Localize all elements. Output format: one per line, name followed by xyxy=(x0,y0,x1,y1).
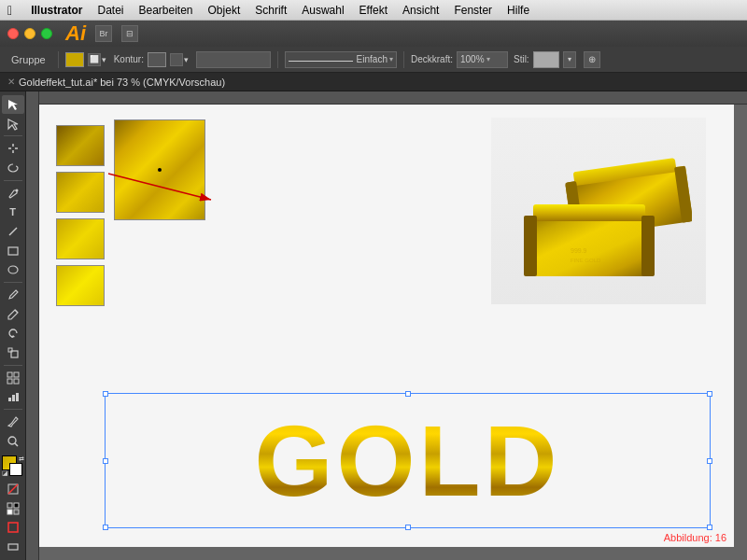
group-label: Gruppe xyxy=(6,54,51,65)
svg-rect-25 xyxy=(7,510,12,514)
gold-text-selection[interactable]: GOLD xyxy=(105,393,711,528)
menu-datei[interactable]: Datei xyxy=(97,4,123,17)
fill-color-box[interactable] xyxy=(65,52,84,67)
tab-title: Goldeffekt_tut.ai* bei 73 % (CMYK/Vorsch… xyxy=(19,77,225,88)
svg-rect-13 xyxy=(14,372,19,377)
stroke-chevron[interactable]: ▾ xyxy=(389,55,393,63)
menu-bar:  Illustrator Datei Bearbeiten Objekt Sc… xyxy=(0,0,747,21)
opacity-value: 100% xyxy=(460,54,485,64)
opacity-input[interactable]: 100% ▾ xyxy=(457,51,508,68)
stroke-dropdown-arrow[interactable]: ▾ xyxy=(184,55,189,64)
swatch-dark-gold[interactable] xyxy=(56,125,105,166)
svg-rect-35 xyxy=(524,216,655,276)
main-area: T xyxy=(0,91,747,560)
maximize-button[interactable] xyxy=(41,28,52,39)
opacity-label: Deckkraft: xyxy=(411,54,453,64)
close-tab-button[interactable]: ✕ xyxy=(4,77,19,87)
stil-label: Stil: xyxy=(514,54,529,64)
swatch-bright-gold[interactable] xyxy=(56,265,105,306)
type-tool[interactable]: T xyxy=(2,203,24,221)
left-toolbar: T xyxy=(0,91,26,560)
tool-sep-2 xyxy=(4,180,22,181)
stroke-style-display: Einfach ▾ xyxy=(285,51,397,68)
svg-rect-14 xyxy=(7,379,12,384)
menu-bearbeiten[interactable]: Bearbeiten xyxy=(138,4,192,17)
menu-ansicht[interactable]: Ansicht xyxy=(402,4,439,17)
default-colors-icon[interactable]: ◪ xyxy=(2,469,8,477)
title-bar: Ai Br ⊟ xyxy=(0,21,747,47)
tool-sep-4 xyxy=(4,365,22,366)
tool-sep-3 xyxy=(4,282,22,283)
svg-line-22 xyxy=(8,484,18,494)
eyedropper-tool[interactable] xyxy=(2,413,24,431)
toolbar-sep-3 xyxy=(403,51,404,68)
abbildung-label: Abbildung: 16 xyxy=(664,532,726,543)
close-button[interactable] xyxy=(7,28,19,39)
tool-sep-1 xyxy=(4,135,22,136)
lasso-tool[interactable] xyxy=(2,159,24,177)
magic-wand-tool[interactable] xyxy=(2,139,24,158)
change-screen-mode[interactable] xyxy=(2,538,24,556)
graph-tool[interactable] xyxy=(2,388,24,407)
svg-rect-23 xyxy=(7,503,12,508)
menu-effekt[interactable]: Effekt xyxy=(359,4,388,17)
svg-text:FINE GOLD: FINE GOLD xyxy=(571,258,601,263)
stil-chevron-btn[interactable]: ▾ xyxy=(563,51,576,68)
handle-mr xyxy=(707,458,712,464)
stroke-color-box[interactable] xyxy=(148,52,166,67)
fill-type-icon[interactable]: ⬜ xyxy=(88,53,101,66)
ruler-left xyxy=(26,91,39,560)
large-gold-rectangle[interactable] xyxy=(114,119,205,220)
opacity-chevron[interactable]: ▾ xyxy=(486,55,490,63)
none-fill-icon[interactable] xyxy=(2,480,24,498)
svg-rect-24 xyxy=(14,503,19,508)
swatch-light-gold[interactable] xyxy=(56,218,105,259)
svg-line-5 xyxy=(9,228,17,235)
app-name-menu[interactable]: Illustrator xyxy=(31,4,82,17)
zoom-tool[interactable] xyxy=(2,432,24,451)
handle-bm xyxy=(405,525,411,530)
swap-colors-icon[interactable]: ⇄ xyxy=(19,455,24,463)
tab-bar: ✕ Goldeffekt_tut.ai* bei 73 % (CMYK/Vors… xyxy=(0,73,747,91)
handle-tl xyxy=(103,391,108,397)
direct-select-tool[interactable] xyxy=(2,115,24,133)
handle-tr xyxy=(707,391,712,397)
menu-auswahl[interactable]: Auswahl xyxy=(302,4,344,17)
rotate-tool[interactable] xyxy=(2,325,24,343)
tool-sep-5 xyxy=(4,409,22,410)
ruler-top xyxy=(39,91,747,105)
minimize-button[interactable] xyxy=(24,28,35,39)
stroke-type-icon[interactable] xyxy=(170,53,183,66)
menu-fenster[interactable]: Fenster xyxy=(454,4,492,17)
menu-hilfe[interactable]: Hilfe xyxy=(507,4,529,17)
menu-schrift[interactable]: Schrift xyxy=(255,4,287,17)
swatch-mid-gold[interactable] xyxy=(56,172,105,213)
select-tool[interactable] xyxy=(2,95,24,114)
pencil-tool[interactable] xyxy=(2,305,24,324)
fill-dropdown-arrow[interactable]: ▾ xyxy=(102,55,106,64)
svg-line-20 xyxy=(15,443,18,446)
extra-options-btn[interactable]: ⊕ xyxy=(584,51,600,68)
menu-objekt[interactable]: Objekt xyxy=(208,4,241,17)
background-color[interactable] xyxy=(9,463,22,476)
center-point-indicator xyxy=(158,168,162,172)
svg-rect-26 xyxy=(14,510,19,514)
screen-mode-icon[interactable] xyxy=(2,499,24,518)
artboard-icon[interactable] xyxy=(2,518,24,537)
stroke-width-field[interactable] xyxy=(196,51,271,68)
apple-menu[interactable]:  xyxy=(7,3,12,18)
scale-tool[interactable] xyxy=(2,343,24,362)
svg-rect-18 xyxy=(16,393,19,401)
svg-rect-37 xyxy=(524,216,537,276)
svg-point-19 xyxy=(8,437,16,444)
pen-tool[interactable] xyxy=(2,184,24,203)
stil-preview[interactable] xyxy=(533,51,559,68)
line-tool[interactable] xyxy=(2,222,24,241)
rect-tool[interactable] xyxy=(2,242,24,260)
handle-br xyxy=(707,525,712,530)
paintbrush-tool[interactable] xyxy=(2,286,24,304)
layout-icon: ⊟ xyxy=(121,25,138,42)
svg-point-4 xyxy=(15,189,18,191)
symbol-tool[interactable] xyxy=(2,369,24,387)
ellipse-tool[interactable] xyxy=(2,261,24,280)
